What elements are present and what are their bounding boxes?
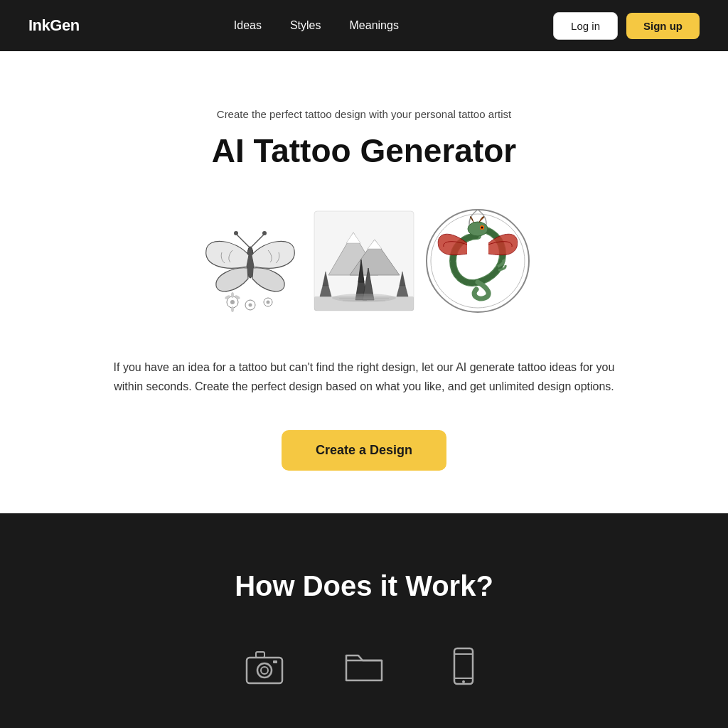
svg-line-2 [250,234,264,248]
svg-point-10 [267,301,270,304]
tattoo-butterfly [193,204,307,318]
login-button[interactable]: Log in [553,12,618,40]
svg-point-8 [249,304,252,307]
how-step-3 [442,645,485,687]
svg-point-38 [261,667,268,674]
tattoo-illustrations [193,204,535,318]
hero-description: If you have an idea for a tattoo but can… [108,358,620,396]
svg-point-13 [231,292,234,298]
tattoo-dragon [421,204,535,318]
camera-icon [243,645,286,687]
how-step-2 [343,645,385,687]
hero-subtitle: Create the perfect tattoo design with yo… [217,108,511,120]
nav-link-meanings[interactable]: Meanings [350,19,399,32]
brand-logo[interactable]: InkGen [28,16,80,35]
nav-links: Ideas Styles Meanings [234,19,399,32]
svg-rect-40 [273,660,277,663]
how-section: How Does it Work? [0,513,728,728]
signup-button[interactable]: Sign up [626,13,700,39]
create-design-button[interactable]: Create a Design [282,430,446,471]
how-title: How Does it Work? [28,570,700,602]
nav-actions: Log in Sign up [553,12,700,40]
how-steps [28,645,700,687]
how-step-1 [243,645,286,687]
tattoo-forest [307,204,421,318]
svg-point-33 [468,222,488,236]
phone-icon [442,645,485,687]
svg-point-44 [462,680,465,683]
hero-section: Create the perfect tattoo design with yo… [0,51,728,513]
svg-point-4 [262,231,267,235]
folder-icon [343,645,385,687]
svg-point-3 [234,231,238,235]
svg-point-6 [230,300,235,304]
nav-link-styles[interactable]: Styles [290,19,321,32]
svg-point-37 [257,663,272,678]
svg-point-14 [231,306,234,312]
svg-point-35 [481,227,483,229]
svg-line-1 [236,234,250,248]
hero-title: AI Tattoo Generator [212,132,517,170]
nav-link-ideas[interactable]: Ideas [234,19,262,32]
navbar: InkGen Ideas Styles Meanings Log in Sign… [0,0,728,51]
